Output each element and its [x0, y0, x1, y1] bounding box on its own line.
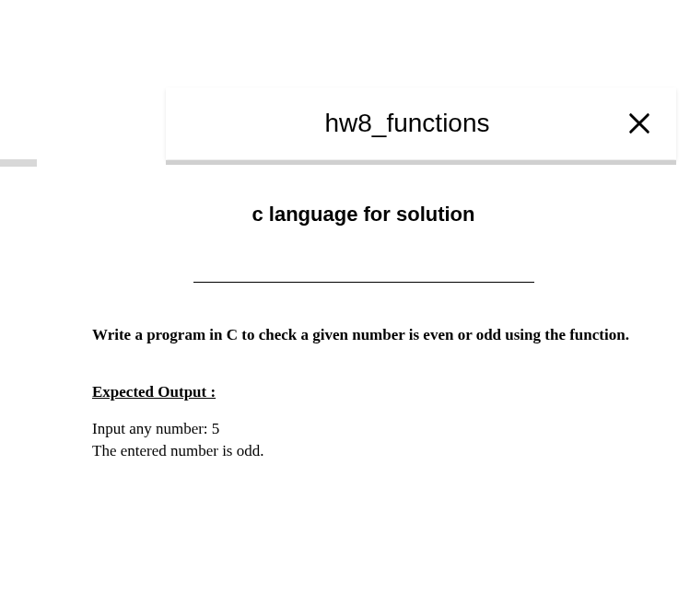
header-bar: hw8_functions	[166, 87, 676, 159]
expected-output-label: Expected Output :	[92, 383, 635, 401]
document-content: c language for solution Write a program …	[92, 184, 635, 461]
expected-output-text: Input any number: 5 The entered number i…	[92, 418, 635, 462]
subtitle: c language for solution	[92, 203, 635, 227]
header-underline	[166, 160, 676, 165]
output-line-1: Input any number: 5	[92, 418, 635, 440]
output-line-2: The entered number is odd.	[92, 440, 635, 462]
left-edge-stub	[0, 159, 37, 167]
document-title: hw8_functions	[166, 109, 612, 138]
problem-statement: Write a program in C to check a given nu…	[92, 324, 635, 346]
close-button[interactable]	[612, 96, 667, 151]
separator-line	[193, 282, 534, 283]
close-icon	[626, 110, 652, 136]
